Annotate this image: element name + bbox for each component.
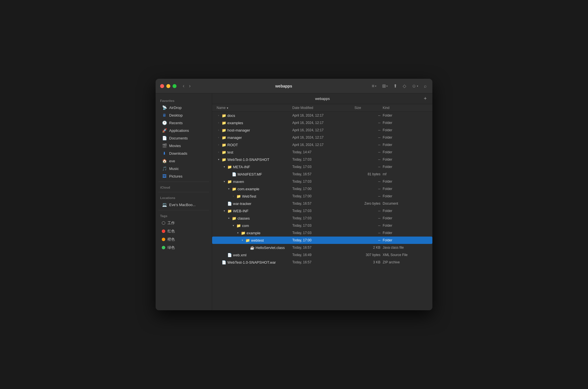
sidebar-item-tag-work[interactable]: 工作 <box>157 219 210 227</box>
more-button[interactable]: ☺ ▾ <box>411 82 419 90</box>
disclosure-triangle[interactable]: ▾ <box>240 238 244 242</box>
table-row[interactable]: ▾📁WEB-INFToday, 17:03--Folder <box>212 207 432 215</box>
table-row[interactable]: ▾📁webtestToday, 17:00--Folder <box>212 237 432 244</box>
disclosure-triangle[interactable]: ▾ <box>222 209 226 213</box>
disclosure-triangle[interactable] <box>217 260 221 264</box>
table-row[interactable]: ▾📁mavenToday, 17:03--Folder <box>212 178 432 185</box>
sidebar-item-pictures[interactable]: 🖼 Pictures <box>157 172 210 180</box>
share-button[interactable]: ⬆ <box>392 82 398 90</box>
file-date: Today, 17:00 <box>292 187 354 191</box>
disclosure-triangle[interactable]: ▾ <box>222 165 226 169</box>
file-name-label: maven <box>233 180 244 184</box>
disclosure-triangle[interactable]: ▾ <box>217 158 221 161</box>
disclosure-triangle[interactable]: › <box>217 150 221 154</box>
disclosure-triangle[interactable] <box>227 172 231 176</box>
table-row[interactable]: ☕HelloServlet.classToday, 16:572 KBJava … <box>212 244 432 251</box>
table-row[interactable]: ▾📁com.exampleToday, 17:00--Folder <box>212 185 432 193</box>
disclosure-triangle[interactable]: ▾ <box>236 231 240 235</box>
table-row[interactable]: ▾📁exampleToday, 17:03--Folder <box>212 229 432 237</box>
disclosure-triangle[interactable]: ▾ <box>227 216 231 220</box>
table-row[interactable]: 📄MANIFEST.MFToday, 16:5781 bytesmf <box>212 171 432 178</box>
table-row[interactable]: ▾📁comToday, 17:03--Folder <box>212 222 432 229</box>
sidebar-item-label: Applications <box>169 128 189 133</box>
table-row[interactable]: ▾📁META-INFToday, 17:03--Folder <box>212 163 432 171</box>
back-button[interactable]: ‹ <box>181 82 186 89</box>
disclosure-triangle[interactable]: › <box>231 194 235 198</box>
table-row[interactable]: ›📁managerApril 16, 2024, 12:17--Folder <box>212 134 432 141</box>
grid-view-button[interactable]: ⊞ ▾ <box>381 82 389 90</box>
tag-button[interactable]: ◇ <box>402 82 407 90</box>
table-row[interactable]: 📄war-trackerToday, 16:57Zero bytesDocume… <box>212 200 432 207</box>
list-view-button[interactable]: ≡ ▾ <box>371 82 377 90</box>
table-row[interactable]: 📄web.xmlToday, 16:49307 bytesXML Source … <box>212 251 432 259</box>
grid-view-chevron: ▾ <box>386 85 388 88</box>
file-size: -- <box>354 238 383 242</box>
disclosure-triangle[interactable]: › <box>217 128 221 132</box>
table-row[interactable]: ▾📁WebTest-1.0-SNAPSHOTToday, 17:03--Fold… <box>212 156 432 163</box>
folder-icon: 📁 <box>232 216 236 220</box>
file-size: -- <box>354 165 383 169</box>
sidebar-item-downloads[interactable]: ⬇ Downloads <box>157 150 210 157</box>
list-view-chevron: ▾ <box>375 85 376 88</box>
table-row[interactable]: ›📁testToday, 14:47--Folder <box>212 148 432 156</box>
sidebar-item-airdrop[interactable]: 📡 AirDrop <box>157 104 210 111</box>
table-row[interactable]: ›📁examplesApril 16, 2024, 12:17--Folder <box>212 119 432 126</box>
tag-icon: ◇ <box>403 83 406 89</box>
sidebar-item-tag-red[interactable]: 红色 <box>157 227 210 235</box>
disclosure-triangle[interactable]: › <box>217 121 221 125</box>
table-row[interactable]: 📄WebTest-1.0-SNAPSHOT.warToday, 16:573 K… <box>212 259 432 266</box>
toolbar-actions: ≡ ▾ ⊞ ▾ ⬆ ◇ ☺ ▾ ⌕ <box>371 82 428 90</box>
table-row[interactable]: ▾📁classesToday, 17:03--Folder <box>212 215 432 222</box>
file-size: -- <box>354 158 383 161</box>
disclosure-triangle[interactable]: ▾ <box>231 224 235 228</box>
disclosure-triangle[interactable]: › <box>217 143 221 147</box>
table-row[interactable]: ›📁host-managerApril 16, 2024, 12:17--Fol… <box>212 126 432 134</box>
movies-icon: 🎬 <box>162 143 167 148</box>
sidebar-item-desktop[interactable]: 🖥 Desktop <box>157 112 210 119</box>
maximize-button[interactable] <box>173 84 177 88</box>
file-name-label: war-tracker <box>233 202 251 206</box>
file-size: -- <box>354 128 383 132</box>
col-header-size[interactable]: Size <box>354 106 383 110</box>
sidebar-item-movies[interactable]: 🎬 Movies <box>157 142 210 149</box>
sidebar-item-eve[interactable]: 🏠 eve <box>157 157 210 165</box>
table-row[interactable]: ›📁ROOTApril 16, 2024, 12:17--Folder <box>212 141 432 148</box>
sidebar-item-tag-green[interactable]: 绿色 <box>157 244 210 252</box>
col-header-kind[interactable]: Kind <box>383 106 428 110</box>
disclosure-triangle[interactable] <box>222 253 226 257</box>
file-kind: Folder <box>383 180 428 183</box>
disclosure-triangle[interactable] <box>245 246 249 250</box>
add-button[interactable]: + <box>423 96 428 102</box>
sidebar-item-macbook[interactable]: 💻 Eve's MacBoo... <box>157 201 210 208</box>
disclosure-triangle[interactable]: › <box>217 113 221 117</box>
disclosure-triangle[interactable]: ▾ <box>227 187 231 191</box>
sidebar-item-recents[interactable]: 🕐 Recents <box>157 119 210 126</box>
file-size: 307 bytes <box>354 253 383 257</box>
col-header-date[interactable]: Date Modified <box>292 106 354 110</box>
disclosure-triangle[interactable] <box>222 202 226 206</box>
sidebar-item-applications[interactable]: 🚀 Applications <box>157 127 210 134</box>
table-row[interactable]: ›📁docsApril 16, 2024, 12:17--Folder <box>212 112 432 119</box>
disclosure-triangle[interactable]: › <box>217 136 221 139</box>
folder-icon: 📁 <box>222 150 226 154</box>
file-name-label: WebTest-1.0-SNAPSHOT <box>227 158 269 162</box>
col-header-name[interactable]: Name ▾ <box>217 106 292 110</box>
minimize-button[interactable] <box>166 84 170 88</box>
search-button[interactable]: ⌕ <box>423 82 428 90</box>
folder-icon: 📁 <box>241 231 245 235</box>
sidebar: Favorites 📡 AirDrop 🖥 Desktop 🕐 Recents … <box>156 93 212 310</box>
close-button[interactable] <box>160 84 164 88</box>
file-size: -- <box>354 231 383 235</box>
file-kind: Folder <box>383 128 428 132</box>
sidebar-item-label: Music <box>169 167 179 171</box>
sidebar-item-music[interactable]: 🎵 Music <box>157 165 210 172</box>
file-kind: Folder <box>383 224 428 228</box>
file-size: -- <box>354 121 383 125</box>
sidebar-divider-locations <box>158 192 209 192</box>
sidebar-item-tag-orange[interactable]: 橙色 <box>157 235 210 243</box>
table-row[interactable]: ›📁WebTestToday, 17:00--Folder <box>212 193 432 200</box>
forward-button[interactable]: › <box>187 82 192 89</box>
disclosure-triangle[interactable]: ▾ <box>222 180 226 183</box>
sidebar-item-documents[interactable]: 📄 Documents <box>157 134 210 142</box>
file-kind: Java class file <box>383 246 428 250</box>
